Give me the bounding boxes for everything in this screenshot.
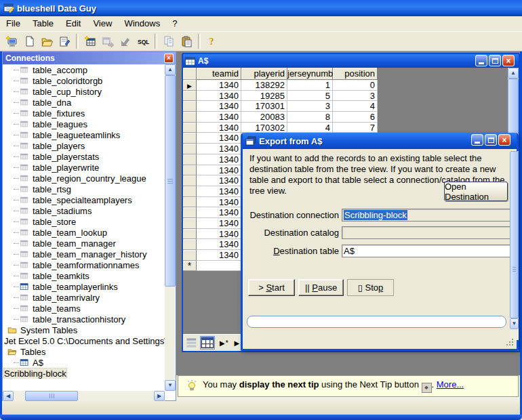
new-record-selector[interactable]: *: [183, 261, 197, 272]
cell-r6-teamid[interactable]: 1340: [197, 144, 241, 154]
cell-r2-jerseynumber[interactable]: 3: [287, 101, 333, 112]
cell-r2-playerid[interactable]: 170301: [241, 101, 287, 112]
tree-item-a$[interactable]: A$: [3, 357, 165, 368]
dialog-maximize-icon[interactable]: [485, 134, 497, 146]
row-selector[interactable]: [183, 186, 197, 197]
cell-r12-teamid[interactable]: 1340: [197, 207, 241, 218]
cell-r2-position[interactable]: 4: [333, 101, 378, 112]
column-header-jerseynumber[interactable]: jerseynumber: [287, 68, 333, 80]
copy-icon[interactable]: [161, 33, 177, 49]
row-selector[interactable]: [183, 197, 197, 208]
new-file-icon[interactable]: [21, 33, 37, 49]
tree-item-table-cup-history[interactable]: table_cup_history: [3, 86, 165, 97]
row-selector[interactable]: [183, 218, 197, 229]
tree-vscroll-thumb[interactable]: [165, 75, 176, 287]
grid-minimize-icon[interactable]: [475, 55, 487, 66]
cell-r5-teamid[interactable]: 1340: [197, 133, 241, 144]
cell-r2-teamid[interactable]: 1340: [197, 101, 241, 112]
cell-r15-teamid[interactable]: 1340: [197, 239, 241, 250]
cell-r3-playerid[interactable]: 20083: [241, 112, 287, 123]
destination-catalog-field[interactable]: [342, 226, 511, 239]
cell-r14-teamid[interactable]: 1340: [197, 229, 241, 240]
new-table-icon[interactable]: [82, 33, 98, 49]
dialog-scroll-down-icon[interactable]: ▼: [510, 318, 519, 329]
tree-scroll-up-icon[interactable]: ▲: [165, 64, 176, 75]
row-selector[interactable]: [183, 144, 197, 154]
grid-maximize-icon[interactable]: [489, 55, 501, 66]
tree-item-tables[interactable]: Tables: [3, 346, 165, 357]
tree-item-table-playerstats[interactable]: table_playerstats: [3, 151, 165, 162]
menu-item-windows[interactable]: Windows: [118, 16, 166, 31]
destination-table-field[interactable]: A$: [342, 245, 511, 257]
row-selector[interactable]: [183, 239, 197, 250]
tree-item-scribbling-block[interactable]: Scribbling-block: [3, 368, 165, 379]
tree-vscrollbar[interactable]: ▲ ▼: [165, 64, 176, 391]
grid-scroll-up-icon[interactable]: ▲: [508, 68, 519, 79]
tree-item-table-teamplayerlinks[interactable]: table_teamplayerlinks: [3, 281, 165, 292]
app-titlebar[interactable]: blueshell Data Guy: [0, 0, 522, 16]
start-button[interactable]: > Start: [248, 279, 295, 296]
current-row-selector[interactable]: ▶: [183, 80, 197, 91]
dialog-close-icon[interactable]: ×: [498, 134, 510, 146]
cell-r3-position[interactable]: 6: [333, 112, 378, 123]
help-icon[interactable]: ?: [204, 33, 220, 49]
grid-window-titlebar[interactable]: A$ ×: [183, 54, 519, 68]
record-nav-next-icon[interactable]: ▶: [235, 339, 241, 347]
row-selector[interactable]: [183, 91, 197, 102]
menu-item-edit[interactable]: Edit: [60, 16, 87, 31]
row-selector[interactable]: [183, 229, 197, 240]
cell-r11-teamid[interactable]: 1340: [197, 197, 241, 208]
cell-r0-playerid[interactable]: 138292: [241, 80, 287, 91]
tree-item-table-team-manager[interactable]: table_team_manager: [3, 238, 165, 249]
open-destination-button[interactable]: Open Destination: [444, 182, 508, 201]
row-selector[interactable]: [183, 154, 197, 165]
cell-r10-teamid[interactable]: 1340: [197, 186, 241, 197]
connections-close-icon[interactable]: ×: [164, 54, 174, 63]
dialog-vscroll-thumb[interactable]: [510, 151, 519, 318]
open-icon[interactable]: [39, 33, 55, 49]
tree-item-table-players[interactable]: table_players: [3, 140, 165, 151]
row-selector[interactable]: [183, 165, 197, 176]
cell-r4-playerid[interactable]: 170302: [241, 123, 287, 133]
tree-item-table-leagueteamlinks[interactable]: table_leagueteamlinks: [3, 129, 165, 140]
tree-item-table-specialteamplayers[interactable]: table_specialteamplayers: [3, 194, 165, 205]
sql-icon[interactable]: SQL: [135, 33, 151, 49]
row-selector[interactable]: [183, 123, 197, 133]
connections-panel-header[interactable]: Connections ×: [3, 52, 176, 64]
dialog-vscrollbar[interactable]: ▼: [510, 151, 519, 340]
cell-r3-teamid[interactable]: 1340: [197, 112, 241, 123]
export-table-icon[interactable]: [100, 33, 116, 49]
tree-item-table-teamformationnames[interactable]: table_teamformationnames: [3, 259, 165, 270]
cell-r4-position[interactable]: 7: [333, 123, 378, 133]
cell-r13-teamid[interactable]: 1340: [197, 218, 241, 229]
tree-item-table-rtsg[interactable]: table_rtsg: [3, 184, 165, 194]
tree-hscrollbar[interactable]: ◀ ▶: [3, 391, 165, 401]
cell-r9-teamid[interactable]: 1340: [197, 175, 241, 186]
new-cell-teamid[interactable]: [197, 261, 241, 272]
cell-r0-teamid[interactable]: 1340: [197, 80, 241, 91]
tree-item-table-teams[interactable]: table_teams: [3, 303, 165, 314]
cell-r1-jerseynumber[interactable]: 5: [287, 91, 333, 102]
tree-scroll-left-icon[interactable]: ◀: [3, 391, 14, 401]
properties-icon[interactable]: [56, 33, 73, 49]
tree-item-table-coloridtorgb[interactable]: table_coloridtorgb: [3, 75, 165, 86]
column-header-teamid[interactable]: teamid: [197, 68, 241, 80]
tree-item-table-fixtures[interactable]: table_fixtures: [3, 108, 165, 119]
cell-r7-teamid[interactable]: 1340: [197, 154, 241, 165]
menu-item-table[interactable]: Table: [26, 16, 60, 31]
column-header-position[interactable]: position: [333, 68, 378, 80]
tree-hscroll-thumb[interactable]: [25, 391, 78, 401]
row-selector[interactable]: [183, 250, 197, 261]
tree-item-table-accomp[interactable]: table_accomp: [3, 64, 165, 75]
cell-r4-jerseynumber[interactable]: 4: [287, 123, 333, 133]
cell-r4-teamid[interactable]: 1340: [197, 123, 241, 133]
form-view-icon[interactable]: [185, 337, 199, 349]
menu-item-file[interactable]: File: [0, 16, 26, 31]
grid-corner[interactable]: [183, 68, 197, 80]
pause-button[interactable]: || Pause: [298, 279, 344, 296]
stop-button[interactable]: ▯ Stop: [347, 279, 394, 296]
import-table-icon[interactable]: [117, 33, 134, 49]
tree-item-table-store[interactable]: table_store: [3, 216, 165, 227]
cell-r0-jerseynumber[interactable]: 1: [287, 80, 333, 91]
next-tip-button[interactable]: ◆: [422, 383, 432, 393]
